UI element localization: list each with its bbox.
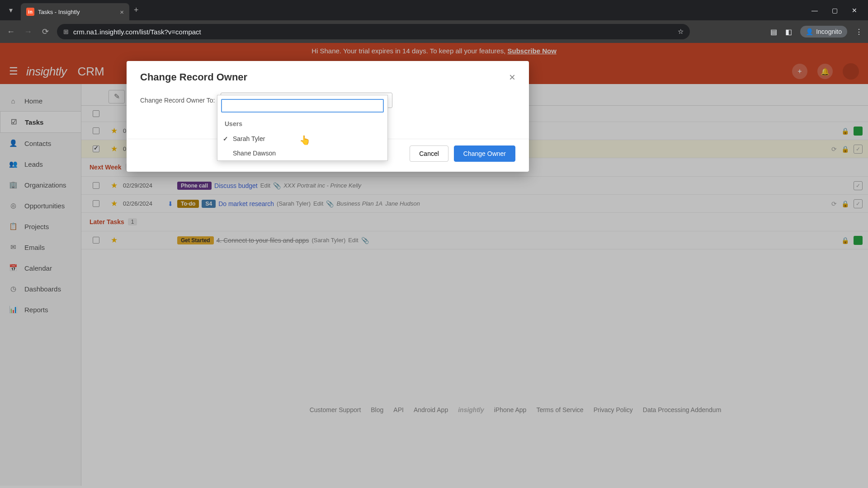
dropdown-option[interactable]: Shane Dawson: [217, 146, 387, 160]
incognito-icon: 👤: [806, 28, 813, 35]
side-panel-icon[interactable]: ◧: [785, 28, 792, 36]
owner-dropdown-panel: Users Sarah Tyler Shane Dawson: [217, 95, 388, 161]
owner-field-label: Change Record Owner To:: [140, 97, 215, 104]
favicon-icon: in: [26, 8, 34, 16]
back-button[interactable]: ←: [5, 27, 16, 37]
tab-close-button[interactable]: ×: [120, 8, 124, 16]
new-tab-button[interactable]: +: [134, 5, 139, 15]
browser-toolbar: ← → ⟳ ⊞ crm.na1.insightly.com/list/Task?…: [0, 20, 868, 43]
browser-tab-strip: ▾ in Tasks - Insightly × + — ▢ ✕: [0, 0, 868, 20]
browser-menu-button[interactable]: ⋮: [855, 28, 863, 36]
address-bar[interactable]: ⊞ crm.na1.insightly.com/list/Task?v=comp…: [57, 24, 690, 39]
browser-tab[interactable]: in Tasks - Insightly ×: [21, 3, 129, 20]
cancel-button[interactable]: Cancel: [410, 145, 448, 162]
modal-title: Change Record Owner: [140, 71, 247, 83]
maximize-button[interactable]: ▢: [830, 7, 839, 14]
forward-button[interactable]: →: [23, 27, 33, 37]
tab-search-button[interactable]: ▾: [5, 4, 17, 17]
bookmark-icon[interactable]: ☆: [678, 28, 684, 36]
site-settings-icon[interactable]: ⊞: [63, 28, 69, 35]
tab-title: Tasks - Insightly: [38, 9, 80, 15]
change-owner-button[interactable]: Change Owner: [454, 145, 515, 162]
close-window-button[interactable]: ✕: [850, 7, 859, 14]
minimize-button[interactable]: —: [810, 7, 819, 14]
incognito-indicator[interactable]: 👤 Incognito: [800, 26, 847, 38]
modal-close-button[interactable]: ×: [509, 71, 515, 84]
extensions-icon[interactable]: ▤: [770, 28, 777, 36]
dropdown-option[interactable]: Sarah Tyler: [217, 131, 387, 146]
dropdown-search-input[interactable]: [221, 99, 384, 113]
reload-button[interactable]: ⟳: [40, 27, 51, 37]
url-text: crm.na1.insightly.com/list/Task?v=compac…: [73, 28, 201, 36]
dropdown-group-label: Users: [217, 116, 387, 131]
